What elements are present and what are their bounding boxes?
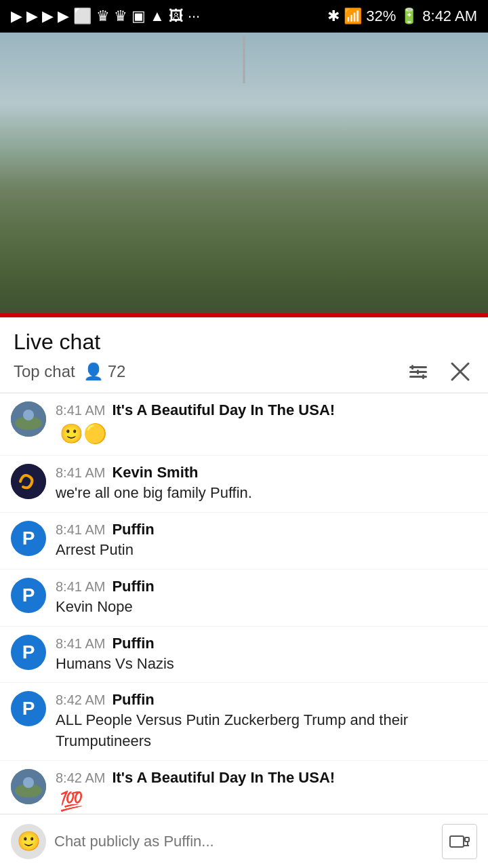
message-content: 8:42 AMIt's A Beautiful Day In The USA!💯 — [56, 769, 477, 814]
close-button[interactable] — [446, 357, 474, 386]
message-meta: 8:42 AMPuffin — [56, 691, 477, 709]
message-meta: 8:41 AMPuffin — [56, 635, 477, 652]
message-content: 8:41 AMIt's A Beautiful Day In The USA!🙂… — [56, 401, 477, 447]
livechat-title: Live chat — [14, 330, 474, 355]
chat-messages-area: 8:41 AMIt's A Beautiful Day In The USA!🙂… — [0, 393, 488, 868]
livechat-header: Live chat Top chat 👤 72 — [0, 317, 488, 393]
message-author: Kevin Smith — [112, 464, 198, 481]
message-content: 8:42 AMPuffinALL People Versus Putin Zuc… — [56, 691, 477, 752]
message-content: 8:41 AMPuffinArrest Putin — [56, 521, 477, 561]
chat-message: P8:42 AMPuffinALL People Versus Putin Zu… — [0, 683, 488, 761]
chat-message: 8:41 AMKevin Smithwe're all one big fami… — [0, 456, 488, 513]
avatar — [11, 401, 46, 437]
viewer-count-area: 👤 72 — [83, 362, 126, 381]
message-time: 8:41 AM — [56, 636, 105, 652]
svg-rect-19 — [465, 837, 469, 842]
svg-point-11 — [11, 464, 46, 499]
message-author: Puffin — [112, 521, 154, 538]
person-icon: 👤 — [83, 362, 104, 381]
svg-rect-5 — [422, 374, 424, 379]
livechat-subtitle: Top chat 👤 72 — [14, 362, 125, 381]
message-text: ALL People Versus Putin Zuckerberg Trump… — [56, 710, 477, 752]
message-author: Puffin — [112, 691, 154, 709]
message-author: It's A Beautiful Day In The USA! — [112, 401, 335, 419]
message-text: Humans Vs Nazis — [56, 654, 477, 675]
message-author: Puffin — [112, 635, 154, 652]
chat-message: P8:41 AMPuffinArrest Putin — [0, 513, 488, 570]
svg-rect-4 — [417, 370, 419, 374]
message-content: 8:41 AMKevin Smithwe're all one big fami… — [56, 464, 477, 504]
message-emojis: 💯 — [60, 791, 83, 812]
avatar — [11, 769, 46, 804]
svg-rect-3 — [411, 365, 413, 370]
chat-message: P8:41 AMPuffinHumans Vs Nazis — [0, 627, 488, 684]
message-content: 8:41 AMPuffinKevin Nope — [56, 578, 477, 618]
battery-icon: 🔋 — [400, 7, 418, 25]
filter-button[interactable] — [404, 357, 432, 386]
message-time: 8:41 AM — [56, 579, 105, 595]
message-text: we're all one big family Puffin. — [56, 483, 477, 504]
svg-point-10 — [23, 410, 34, 420]
message-time: 8:42 AM — [56, 692, 105, 708]
progress-bar — [0, 313, 488, 317]
avatar — [11, 464, 46, 499]
top-chat-label[interactable]: Top chat — [14, 362, 75, 381]
emoji-button[interactable]: 🙂 — [11, 824, 46, 859]
chat-input[interactable] — [54, 833, 434, 850]
message-text: 💯 — [56, 788, 477, 814]
bluetooth-icon: ✱ — [327, 7, 340, 25]
message-time: 8:41 AM — [56, 403, 105, 418]
time-display: 8:42 AM — [422, 7, 477, 25]
message-content: 8:41 AMPuffinHumans Vs Nazis — [56, 635, 477, 675]
status-left: ▶ ▶ ▶ ▶ ⬜ ♛ ♛ ▣ ▲ 🖼 ··· — [11, 7, 200, 25]
message-text: Kevin Nope — [56, 597, 477, 618]
message-author: Puffin — [112, 578, 154, 595]
viewer-count: 72 — [108, 362, 126, 381]
message-time: 8:41 AM — [56, 522, 105, 538]
message-author: It's A Beautiful Day In The USA! — [112, 769, 335, 787]
message-meta: 8:41 AMKevin Smith — [56, 464, 477, 481]
livechat-subtitle-row: Top chat 👤 72 — [14, 357, 474, 386]
status-bar: ▶ ▶ ▶ ▶ ⬜ ♛ ♛ ▣ ▲ 🖼 ··· ✱ 📶 32% 🔋 8:42 A… — [0, 0, 488, 33]
video-thumbnail — [0, 33, 488, 317]
message-meta: 8:41 AMIt's A Beautiful Day In The USA! — [56, 401, 477, 419]
avatar: P — [11, 691, 46, 726]
message-time: 8:41 AM — [56, 465, 105, 481]
wifi-icon: 📶 — [344, 7, 362, 25]
message-time: 8:42 AM — [56, 770, 105, 786]
smiley-icon: 🙂 — [17, 830, 41, 852]
chat-message: P8:41 AMPuffinKevin Nope — [0, 570, 488, 627]
message-text: 🙂🟡 — [56, 420, 477, 447]
flag-pole — [243, 36, 245, 83]
message-meta: 8:41 AMPuffin — [56, 521, 477, 538]
message-meta: 8:41 AMPuffin — [56, 578, 477, 595]
svg-point-14 — [23, 777, 34, 788]
avatar: P — [11, 521, 46, 556]
status-right: ✱ 📶 32% 🔋 8:42 AM — [327, 7, 477, 25]
battery-percent: 32% — [366, 7, 396, 25]
avatar: P — [11, 578, 46, 613]
svg-rect-18 — [450, 836, 464, 847]
send-button[interactable] — [442, 824, 477, 859]
livechat-actions — [404, 357, 474, 386]
message-emojis: 🙂🟡 — [60, 423, 107, 444]
chat-input-bar: 🙂 — [0, 814, 488, 868]
svg-rect-2 — [409, 376, 427, 378]
chat-message: 8:41 AMIt's A Beautiful Day In The USA!🙂… — [0, 393, 488, 456]
avatar: P — [11, 635, 46, 670]
notification-icons: ▶ ▶ ▶ ▶ ⬜ ♛ ♛ ▣ ▲ 🖼 ··· — [11, 7, 200, 25]
video-player[interactable] — [0, 33, 488, 317]
message-text: Arrest Putin — [56, 540, 477, 561]
message-meta: 8:42 AMIt's A Beautiful Day In The USA! — [56, 769, 477, 787]
